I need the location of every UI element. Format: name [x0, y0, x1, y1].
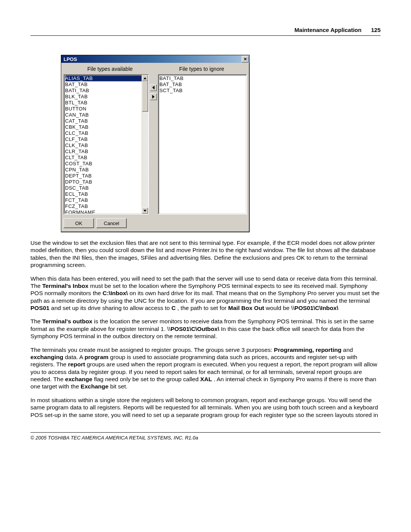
list-item[interactable]: FORMNAME — [65, 209, 147, 214]
label-ignore: File types to ignore — [156, 66, 247, 72]
list-item[interactable]: FCZ_TAB — [65, 203, 147, 209]
paragraph-2: When this data has been entered, you wil… — [30, 275, 381, 312]
dialog-title: LPOS — [62, 56, 77, 62]
list-item[interactable]: SCT_TAB — [159, 88, 245, 94]
list-item[interactable]: DSC_TAB — [65, 185, 147, 191]
list-item[interactable]: CLT_TAB — [65, 155, 147, 161]
available-listbox[interactable]: ALIAS_TABBAT_TABBATI_TABBLK_TABBTL_TABBU… — [64, 74, 149, 214]
list-item[interactable]: CAN_TAB — [65, 112, 147, 118]
list-item[interactable]: ECL_TAB — [65, 191, 147, 197]
list-item[interactable]: CLC_TAB — [65, 130, 147, 136]
list-item[interactable]: BAT_TAB — [65, 81, 147, 88]
body-text: Use the window to set the exclusion file… — [30, 239, 381, 419]
list-item[interactable]: BAT_TAB — [159, 81, 245, 88]
list-item[interactable]: BATI_TAB — [65, 88, 147, 94]
move-left-button[interactable] — [150, 84, 157, 91]
page-number: 125 — [371, 27, 381, 33]
ok-button[interactable]: OK — [64, 218, 94, 228]
footer-text: © 2005 TOSHIBA TEC AMERICA AMERICA RETAI… — [30, 435, 381, 441]
paragraph-1: Use the window to set the exclusion file… — [30, 239, 381, 269]
move-right-button[interactable] — [150, 93, 157, 100]
ignore-listbox[interactable]: BATI_TABBAT_TABSCT_TAB — [158, 74, 247, 214]
list-item[interactable]: DEPT_TAB — [65, 173, 147, 179]
list-item[interactable]: CAT_TAB — [65, 118, 147, 124]
list-item[interactable]: FCT_TAB — [65, 197, 147, 203]
list-item[interactable]: CLK_TAB — [65, 142, 147, 149]
list-item[interactable]: CBK_TAB — [65, 124, 147, 130]
header-separator — [30, 35, 381, 36]
scroll-thumb[interactable] — [142, 81, 148, 112]
section-title: Maintenance Application — [295, 27, 362, 33]
footer-separator — [30, 432, 381, 433]
scroll-up-icon[interactable] — [142, 75, 148, 81]
list-item[interactable]: ALIAS_TAB — [65, 75, 147, 81]
paragraph-3: The Terminal's outbox is the location th… — [30, 318, 381, 340]
list-item[interactable]: CLR_TAB — [65, 149, 147, 155]
list-item[interactable]: COST_TAB — [65, 161, 147, 167]
scrollbar[interactable] — [142, 75, 148, 214]
paragraph-4: The terminals you create must be assigne… — [30, 346, 381, 390]
close-icon[interactable]: ✕ — [242, 56, 249, 62]
paragraph-5: In most situations within a single store… — [30, 396, 381, 419]
list-item[interactable]: BATI_TAB — [159, 75, 245, 81]
list-item[interactable]: BLK_TAB — [65, 94, 147, 100]
lpos-dialog: LPOS ✕ File types available File types t… — [61, 55, 250, 232]
list-item[interactable]: BUTTON — [65, 106, 147, 112]
list-item[interactable]: DPTO_TAB — [65, 179, 147, 185]
label-available: File types available — [64, 66, 156, 72]
cancel-button[interactable]: Cancel — [96, 218, 127, 228]
scroll-down-icon[interactable] — [142, 208, 148, 214]
list-item[interactable]: CLF_TAB — [65, 136, 147, 142]
list-item[interactable]: CPN_TAB — [65, 167, 147, 173]
page-header: Maintenance Application 125 — [30, 27, 381, 33]
titlebar: LPOS ✕ — [61, 55, 249, 63]
list-item[interactable]: BTL_TAB — [65, 100, 147, 106]
